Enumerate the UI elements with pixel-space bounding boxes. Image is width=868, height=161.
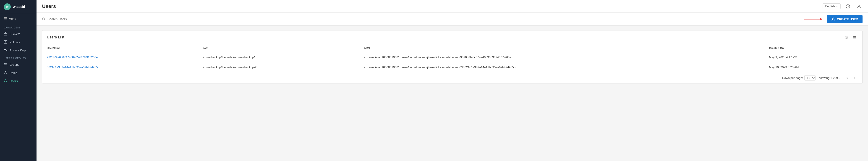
col-header-username: UserName xyxy=(42,44,198,52)
brand-name: wasabi xyxy=(13,5,25,9)
cell-created-on: May 10, 2023 8:25 AM xyxy=(765,62,862,72)
svg-rect-26 xyxy=(853,36,856,37)
cell-created-on: May 9, 2023 4:17 PM xyxy=(765,52,862,62)
svg-point-7 xyxy=(4,49,6,51)
per-page-select[interactable]: 10 25 50 xyxy=(804,75,815,81)
cell-username: 8621c1a3b2a14e11b395aa02b47d9555 xyxy=(42,62,198,72)
svg-point-25 xyxy=(846,37,847,38)
person-add-icon xyxy=(832,17,835,21)
page-title: Users xyxy=(42,3,56,9)
question-icon: ? xyxy=(846,4,850,8)
help-button[interactable]: ? xyxy=(844,3,851,10)
page-header: Users English ▼ ? xyxy=(36,0,868,13)
chevron-right-icon xyxy=(854,76,856,79)
svg-text:?: ? xyxy=(847,5,849,8)
users-list-card: Users List UserName Path ARN xyxy=(42,30,863,83)
users-groups-section: Users & Groups xyxy=(0,54,36,61)
roles-icon xyxy=(4,71,7,75)
main-content: Users English ▼ ? xyxy=(36,0,868,161)
svg-text:W: W xyxy=(6,6,9,8)
wasabi-logo-icon: W xyxy=(4,3,11,10)
key-icon xyxy=(4,48,7,52)
svg-point-14 xyxy=(5,80,6,81)
table-row: 8621c1a3b2a14e11b395aa02b47d9555 /cometb… xyxy=(42,62,862,72)
sidebar-item-users[interactable]: Users xyxy=(0,77,36,85)
prev-page-button[interactable] xyxy=(844,75,850,81)
col-header-path: Path xyxy=(198,44,359,52)
gear-icon xyxy=(844,36,848,39)
cell-path: /cometbackup/jbenedick-comet-backup/ xyxy=(198,52,359,62)
settings-button[interactable] xyxy=(843,34,849,40)
red-arrow-icon xyxy=(804,16,823,22)
svg-point-12 xyxy=(6,64,7,64)
groups-label: Groups xyxy=(9,63,20,67)
svg-line-19 xyxy=(44,20,45,21)
svg-point-18 xyxy=(42,18,45,20)
data-access-section: Data Access xyxy=(0,24,36,30)
access-keys-label: Access Keys xyxy=(9,49,27,52)
users-label: Users xyxy=(9,79,18,83)
table-footer: Rows per page: 10 25 50 Viewing 1-2 of 2 xyxy=(42,72,862,83)
cell-path: /cometbackup/jbenedick-comet-backup-2/ xyxy=(198,62,359,72)
svg-rect-27 xyxy=(853,37,856,38)
search-icon xyxy=(42,17,45,21)
card-title: Users List xyxy=(47,35,64,39)
roles-label: Roles xyxy=(9,71,17,75)
list-view-button[interactable] xyxy=(851,34,858,40)
svg-marker-21 xyxy=(819,17,823,21)
chevron-left-icon xyxy=(846,76,848,79)
svg-rect-28 xyxy=(853,38,856,38)
next-page-button[interactable] xyxy=(851,75,858,81)
list-icon xyxy=(853,36,856,39)
chevron-down-icon: ▼ xyxy=(836,5,838,7)
sidebar-item-policies[interactable]: Policies xyxy=(0,38,36,46)
svg-point-11 xyxy=(5,64,6,65)
cell-arn: arn:aws:iam::100000196618:user/cometback… xyxy=(360,52,765,62)
create-user-button[interactable]: CREATE USER xyxy=(827,15,863,23)
sidebar: W wasabi ☰ Menu Data Access Buckets Poli… xyxy=(0,0,36,161)
rows-per-page: Rows per page: 10 25 50 xyxy=(782,75,815,81)
card-actions xyxy=(843,34,858,40)
language-selector[interactable]: English ▼ xyxy=(823,3,841,9)
buckets-label: Buckets xyxy=(9,32,20,36)
menu-label: Menu xyxy=(9,17,16,21)
viewing-label: Viewing 1-2 of 2 xyxy=(819,76,840,80)
username-link[interactable]: 8621c1a3b2a14e11b395aa02b47d9555 xyxy=(47,66,99,69)
cell-arn: arn:aws:iam::100000196618:user/cometback… xyxy=(360,62,765,72)
menu-toggle[interactable]: ☰ Menu xyxy=(0,14,36,24)
svg-rect-2 xyxy=(4,33,7,35)
search-input-wrap xyxy=(42,17,802,21)
search-bar: CREATE USER xyxy=(36,13,868,26)
sidebar-item-buckets[interactable]: Buckets xyxy=(0,30,36,38)
table-header-row: UserName Path ARN Created On xyxy=(42,44,862,52)
bucket-icon xyxy=(4,32,7,36)
create-user-label: CREATE USER xyxy=(837,17,858,21)
svg-point-22 xyxy=(832,18,834,19)
policy-icon xyxy=(4,40,7,44)
users-table: UserName Path ARN Created On 9320b3fe6c6… xyxy=(42,44,862,72)
person-icon xyxy=(857,4,861,8)
sidebar-item-groups[interactable]: Groups xyxy=(0,61,36,69)
sidebar-item-roles[interactable]: Roles xyxy=(0,69,36,77)
search-input[interactable] xyxy=(48,17,802,21)
hamburger-icon: ☰ xyxy=(4,16,7,21)
sidebar-item-access-keys[interactable]: Access Keys xyxy=(0,46,36,54)
groups-icon xyxy=(4,63,7,67)
username-link[interactable]: 9320b3fe6c674746890598740f16268e xyxy=(47,55,98,59)
cell-username: 9320b3fe6c674746890598740f16268e xyxy=(42,52,198,62)
col-header-created-on: Created On xyxy=(765,44,862,52)
policies-label: Policies xyxy=(9,40,20,44)
card-header: Users List xyxy=(42,31,862,44)
pagination-nav xyxy=(844,75,858,81)
svg-point-17 xyxy=(858,5,860,6)
account-button[interactable] xyxy=(855,3,863,10)
header-right: English ▼ ? xyxy=(823,3,863,10)
col-header-arn: ARN xyxy=(360,44,765,52)
rows-per-page-label: Rows per page: xyxy=(782,76,803,80)
users-icon xyxy=(4,79,7,83)
language-label: English xyxy=(825,5,835,8)
content-area: Users List UserName Path ARN xyxy=(36,26,868,161)
arrow-indicator xyxy=(804,16,823,22)
svg-point-13 xyxy=(5,71,6,73)
table-row: 9320b3fe6c674746890598740f16268e /cometb… xyxy=(42,52,862,62)
